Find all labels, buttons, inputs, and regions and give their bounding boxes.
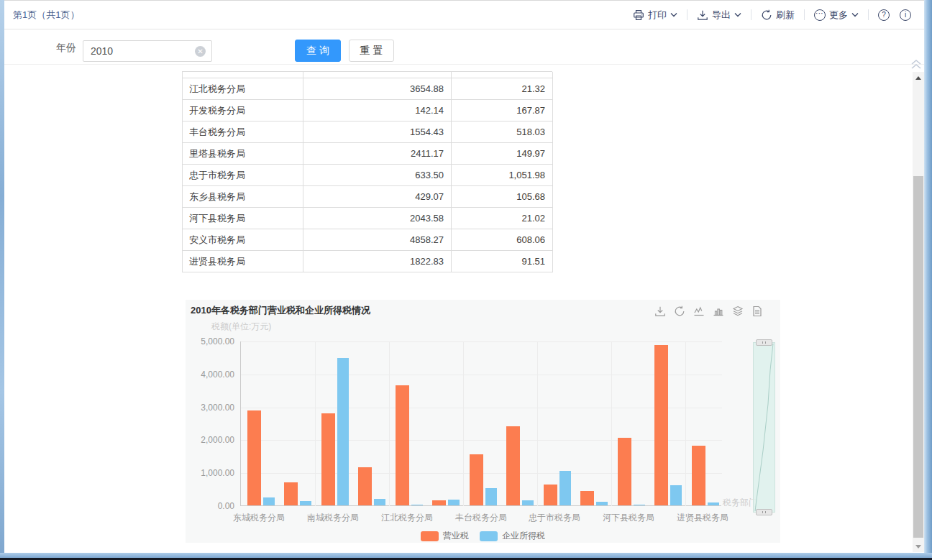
table-row: 里塔县税务局2411.17149.97 [183, 143, 552, 165]
bar-营业税 [396, 385, 409, 505]
page-indicator: 第1页（共1页） [13, 9, 79, 22]
legend-label: 企业所得税 [502, 530, 545, 542]
help-button[interactable]: ? [875, 9, 892, 21]
gridline [241, 341, 722, 342]
data-view-icon[interactable] [751, 306, 763, 320]
cell-value: 149.97 [452, 143, 553, 165]
legend-item[interactable]: 企业所得税 [480, 530, 545, 542]
table-row: 安义市税务局4858.27608.06 [183, 229, 552, 251]
bar-营业税 [544, 485, 557, 505]
datazoom-handle-bottom[interactable] [756, 509, 772, 515]
bar-企业所得税 [337, 358, 349, 505]
info-icon: i [900, 9, 911, 21]
cell-bureau-name: 忠于市税务局 [183, 165, 303, 186]
bar-企业所得税 [374, 499, 385, 505]
line-chart-icon[interactable] [693, 306, 705, 320]
clear-input-icon[interactable]: ✕ [195, 46, 206, 57]
chevron-down-icon [851, 12, 859, 17]
x-tick-label: 忠于市税务局 [511, 512, 598, 524]
bar-企业所得税 [670, 485, 682, 505]
cell-value: 4858.27 [303, 229, 452, 251]
report-content: 江北税务分局3654.8821.32开发税务分局142.14167.87丰台税务… [4, 65, 924, 553]
bar-企业所得税 [596, 502, 608, 505]
y-tick-label: 1,000.00 [186, 468, 234, 478]
cell-value: 105.68 [452, 186, 553, 208]
y-tick-label: 3,000.00 [186, 403, 234, 413]
cell-value: 633.50 [303, 165, 452, 186]
year-label: 年份 [56, 42, 76, 55]
cell-bureau-name: 安义市税务局 [183, 229, 303, 251]
table-row: 东乡县税务局429.07105.68 [183, 186, 552, 208]
year-value: 2010 [91, 45, 113, 57]
bar-企业所得税 [300, 501, 311, 505]
gridline [685, 341, 686, 506]
datazoom-handle-top[interactable] [756, 339, 772, 346]
cell-value: 2043.58 [303, 208, 452, 229]
x-tick-label: 河下县税务局 [585, 512, 672, 524]
collapse-panel-icon[interactable] [909, 59, 924, 70]
x-tick-label: 南城税务分局 [290, 512, 376, 524]
x-tick-label: 江北税务分局 [364, 512, 450, 524]
more-icon: ··· [814, 9, 826, 21]
bar-企业所得税 [559, 471, 571, 505]
chevron-down-icon [670, 12, 677, 17]
cell-value: 142.14 [303, 100, 452, 121]
cell-value: 91.51 [452, 251, 553, 272]
bar-营业税 [284, 482, 298, 505]
download-icon [697, 9, 708, 21]
bar-企业所得税 [522, 500, 534, 505]
gridline [241, 440, 722, 441]
gridline [315, 341, 316, 506]
bar-chart-icon[interactable] [713, 306, 724, 320]
scroll-down-button[interactable] [913, 541, 924, 552]
restore-icon[interactable] [674, 306, 685, 320]
refresh-button[interactable]: 刷新 [758, 9, 798, 22]
table-row: 忠于市税务局633.501,051.98 [183, 165, 552, 186]
cell-value: 518.03 [452, 121, 553, 143]
top-toolbar: 第1页（共1页） 打印 [4, 0, 924, 29]
export-button[interactable]: 导出 [694, 9, 744, 22]
datazoom-slider[interactable] [753, 342, 775, 513]
report-table: 江北税务分局3654.8821.32开发税务分局142.14167.87丰台税务… [182, 71, 552, 272]
more-button[interactable]: ··· 更多 [811, 9, 862, 22]
table-row: 河下县税务局2043.5821.02 [183, 208, 552, 229]
legend-item[interactable]: 营业税 [421, 530, 469, 542]
report-viewer-window: 第1页（共1页） 打印 [4, 0, 924, 553]
table-row-partial [183, 72, 552, 78]
stack-icon[interactable] [732, 306, 744, 320]
legend-swatch [421, 531, 439, 541]
window-border-bottom [0, 553, 932, 558]
scrollbar-thumb[interactable] [913, 176, 923, 538]
window-border-left [0, 0, 4, 560]
chart-title: 2010年各税务部门营业税和企业所得税情况 [191, 304, 370, 317]
cell-value: 1,051.98 [452, 165, 553, 186]
chart-legend: 营业税企业所得税 [186, 530, 780, 542]
y-axis-title: 税额(单位:万元) [211, 321, 271, 333]
bar-营业税 [580, 491, 594, 505]
scroll-up-button[interactable] [913, 72, 924, 83]
cell-value: 608.06 [452, 229, 553, 251]
cell-value: 21.32 [452, 78, 553, 100]
cell-value: 1822.83 [303, 251, 452, 272]
gridline [463, 341, 464, 506]
legend-label: 营业税 [443, 530, 469, 542]
cell-bureau-name: 进贤县税务局 [183, 251, 303, 272]
year-input[interactable]: 2010 ✕ [83, 40, 212, 62]
cell-value: 1554.43 [303, 121, 452, 143]
bar-企业所得税 [448, 500, 460, 505]
search-button[interactable]: 查 询 [295, 40, 341, 62]
print-button[interactable]: 打印 [630, 9, 680, 22]
gridline [537, 341, 538, 506]
legend-swatch [480, 531, 498, 541]
vertical-scrollbar[interactable] [913, 72, 924, 552]
save-image-icon[interactable] [654, 306, 666, 320]
chart-toolbox [654, 306, 763, 320]
cell-value: 429.07 [303, 186, 452, 208]
info-button[interactable]: i [897, 9, 914, 21]
gridline [241, 408, 722, 408]
bar-营业税 [358, 467, 372, 505]
x-tick-label: 进贤县税务局 [659, 512, 746, 524]
reset-button[interactable]: 重 置 [349, 40, 394, 62]
bar-营业税 [692, 446, 705, 505]
table-row: 进贤县税务局1822.8391.51 [183, 251, 552, 272]
